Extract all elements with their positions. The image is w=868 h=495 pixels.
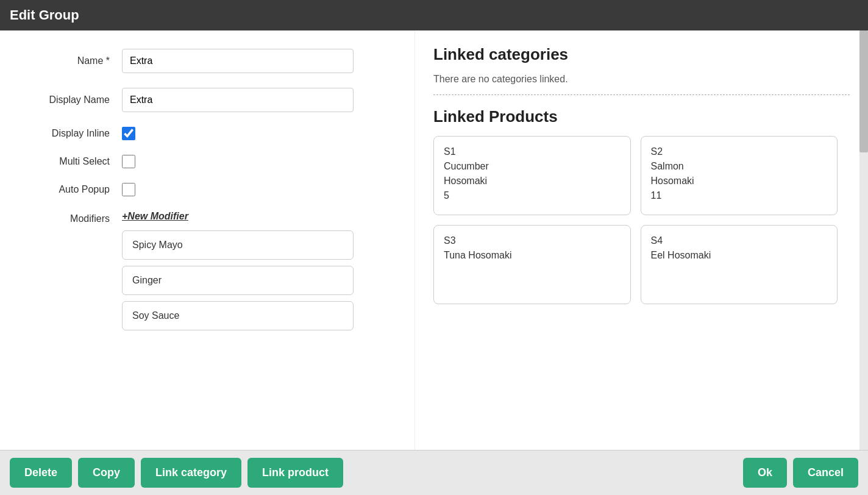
display-inline-checkbox[interactable] bbox=[122, 127, 135, 140]
auto-popup-row: Auto Popup bbox=[24, 183, 390, 196]
product-name-s3: Tuna Hosomaki bbox=[444, 250, 621, 261]
display-inline-label: Display Inline bbox=[24, 128, 122, 139]
no-categories-text: There are no categories linked. bbox=[433, 74, 850, 85]
multi-select-label: Multi Select bbox=[24, 156, 122, 167]
auto-popup-checkbox[interactable] bbox=[122, 183, 135, 196]
bottom-bar: Delete Copy Link category Link product O… bbox=[0, 450, 868, 495]
display-name-label: Display Name bbox=[24, 94, 122, 105]
link-product-button[interactable]: Link product bbox=[247, 458, 343, 488]
copy-button[interactable]: Copy bbox=[78, 458, 135, 488]
display-name-input[interactable] bbox=[122, 88, 354, 112]
modifiers-content: +New Modifier Spicy Mayo Ginger Soy Sauc… bbox=[122, 211, 390, 330]
section-divider bbox=[433, 94, 850, 95]
product-category-s2: Hosomaki bbox=[651, 176, 828, 187]
product-card-s1[interactable]: S1 Cucumber Hosomaki 5 bbox=[433, 136, 631, 215]
product-code-s2: S2 bbox=[651, 146, 828, 157]
products-grid: S1 Cucumber Hosomaki 5 S2 Salmon Hosomak… bbox=[433, 136, 850, 304]
modifiers-label: Modifiers bbox=[24, 211, 122, 224]
modifier-item-soy-sauce[interactable]: Soy Sauce bbox=[122, 301, 354, 330]
bottom-right-buttons: Ok Cancel bbox=[743, 458, 858, 488]
auto-popup-label: Auto Popup bbox=[24, 184, 122, 195]
name-row: Name * bbox=[24, 49, 390, 73]
link-category-button[interactable]: Link category bbox=[141, 458, 241, 488]
product-name-s4: Eel Hosomaki bbox=[651, 250, 828, 261]
multi-select-row: Multi Select bbox=[24, 155, 390, 168]
product-price-s1: 5 bbox=[444, 190, 621, 201]
display-inline-row: Display Inline bbox=[24, 127, 390, 140]
bottom-left-buttons: Delete Copy Link category Link product bbox=[10, 458, 343, 488]
scroll-thumb[interactable] bbox=[859, 30, 868, 152]
multi-select-checkbox[interactable] bbox=[122, 155, 135, 168]
left-panel: Name * Display Name Display Inline Multi… bbox=[0, 30, 414, 450]
product-category-s1: Hosomaki bbox=[444, 176, 621, 187]
linked-products-title: Linked Products bbox=[433, 107, 850, 126]
product-code-s1: S1 bbox=[444, 146, 621, 157]
delete-button[interactable]: Delete bbox=[10, 458, 72, 488]
cancel-button[interactable]: Cancel bbox=[793, 458, 858, 488]
product-card-s2[interactable]: S2 Salmon Hosomaki 11 bbox=[641, 136, 838, 215]
scroll-track[interactable] bbox=[859, 30, 868, 450]
dialog-title: Edit Group bbox=[10, 7, 79, 23]
product-code-s4: S4 bbox=[651, 235, 828, 246]
product-card-s4[interactable]: S4 Eel Hosomaki bbox=[641, 225, 838, 304]
modifier-item-ginger[interactable]: Ginger bbox=[122, 266, 354, 295]
main-content: Name * Display Name Display Inline Multi… bbox=[0, 30, 868, 450]
modifiers-section: Modifiers +New Modifier Spicy Mayo Ginge… bbox=[24, 211, 390, 330]
product-card-s3[interactable]: S3 Tuna Hosomaki bbox=[433, 225, 631, 304]
product-name-s1: Cucumber bbox=[444, 161, 621, 172]
name-label: Name * bbox=[24, 55, 122, 66]
linked-categories-title: Linked categories bbox=[433, 45, 850, 64]
modifier-item-spicy-mayo[interactable]: Spicy Mayo bbox=[122, 230, 354, 260]
name-input[interactable] bbox=[122, 49, 354, 73]
display-name-row: Display Name bbox=[24, 88, 390, 112]
product-price-s2: 11 bbox=[651, 190, 828, 201]
product-name-s2: Salmon bbox=[651, 161, 828, 172]
product-code-s3: S3 bbox=[444, 235, 621, 246]
new-modifier-link[interactable]: +New Modifier bbox=[122, 211, 390, 222]
title-bar: Edit Group bbox=[0, 0, 868, 30]
right-panel: Linked categories There are no categorie… bbox=[414, 30, 868, 450]
ok-button[interactable]: Ok bbox=[743, 458, 787, 488]
